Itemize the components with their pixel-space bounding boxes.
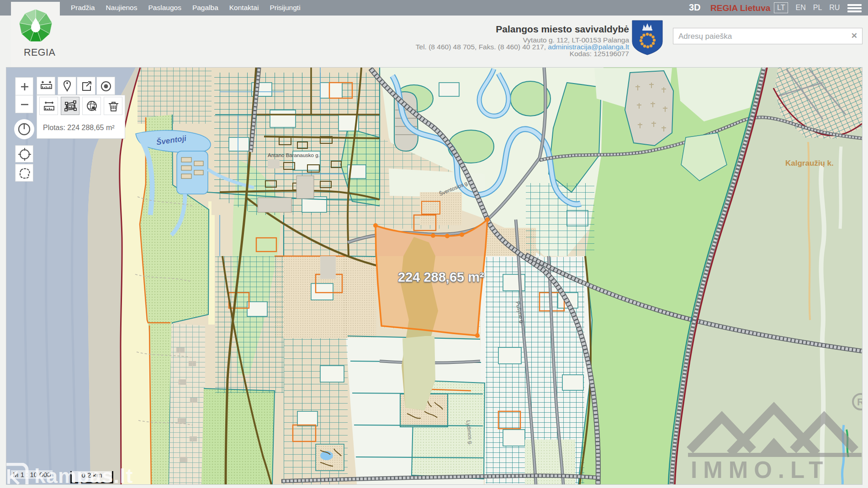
svg-text:R: R [857,396,863,408]
svg-text:Antano Baranausko g.: Antano Baranausko g. [268,152,320,158]
